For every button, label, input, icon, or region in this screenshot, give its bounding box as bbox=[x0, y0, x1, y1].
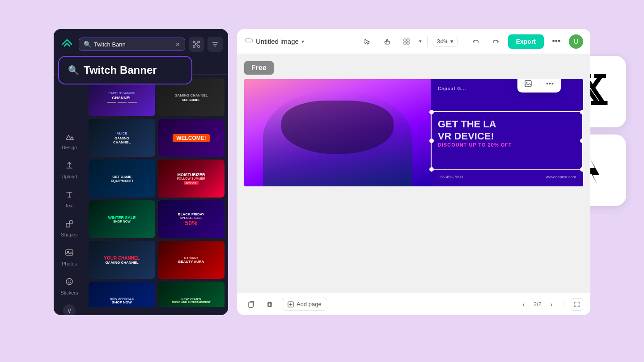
shapes-icon bbox=[65, 219, 74, 230]
page-counter: 2/2 bbox=[534, 301, 542, 307]
template-card-5[interactable]: Get Game Equipment! bbox=[89, 160, 155, 198]
editor-toolbar: Untitled image ▾ bbox=[237, 29, 590, 54]
template-card-12[interactable]: New Year's Music and Entertainment bbox=[158, 282, 225, 307]
template-card-10[interactable]: Radiant Beauty Aura bbox=[158, 241, 225, 279]
template-card-8[interactable]: BLACK FRIDAY SPECIAL SALE 50% bbox=[158, 200, 225, 238]
sidebar-item-shapes[interactable]: Shapes bbox=[54, 215, 85, 242]
svg-point-4 bbox=[195, 43, 197, 45]
more-sidebar-icon[interactable]: ∨ bbox=[63, 304, 76, 315]
stickers-icon bbox=[65, 277, 74, 288]
svg-point-9 bbox=[69, 220, 73, 224]
hand-tool-button[interactable] bbox=[380, 34, 394, 49]
ellipsis-icon: ••• bbox=[552, 37, 561, 46]
document-title[interactable]: Untitled image bbox=[256, 38, 299, 45]
svg-rect-8 bbox=[66, 223, 70, 227]
sidebar-item-text[interactable]: Text bbox=[54, 185, 85, 213]
undo-button[interactable] bbox=[469, 34, 483, 49]
sidebar-item-design[interactable]: Design bbox=[54, 127, 85, 155]
header-action-icons bbox=[189, 37, 223, 52]
editor-panel: Untitled image ▾ bbox=[237, 29, 590, 315]
select-tool-button[interactable] bbox=[360, 34, 374, 49]
template-card-6[interactable]: Moisturizer Follow Summer 20% OFF bbox=[158, 160, 225, 198]
delete-page-icon[interactable] bbox=[263, 298, 276, 311]
photos-icon bbox=[65, 248, 74, 259]
canvas-container: Capcut G... GET THE LAVR DEVICE! DISCOUN… bbox=[244, 79, 583, 286]
svg-rect-22 bbox=[268, 303, 271, 307]
upload-icon bbox=[65, 161, 74, 172]
expand-button[interactable] bbox=[571, 298, 583, 311]
dots-icon: ••• bbox=[546, 80, 554, 87]
logo-icon[interactable] bbox=[59, 36, 75, 52]
banner-contact-info: 123-456-7890 www.capcut.com bbox=[438, 175, 576, 179]
canvas-banner[interactable]: Capcut G... GET THE LAVR DEVICE! DISCOUN… bbox=[244, 79, 583, 186]
face-detect-icon[interactable] bbox=[189, 37, 204, 52]
layout-button[interactable] bbox=[399, 34, 414, 49]
svg-point-14 bbox=[70, 281, 71, 282]
layout-arrow: ▾ bbox=[419, 38, 422, 44]
clear-icon[interactable]: ✕ bbox=[175, 41, 180, 48]
svg-rect-2 bbox=[193, 46, 195, 47]
export-button[interactable]: Export bbox=[508, 34, 544, 49]
svg-rect-1 bbox=[198, 41, 199, 43]
page-next-button[interactable]: › bbox=[545, 298, 558, 311]
text-label: Text bbox=[65, 203, 74, 208]
filter-icon[interactable] bbox=[208, 37, 223, 52]
banner-text-section: Capcut G... GET THE LAVR DEVICE! DISCOUN… bbox=[431, 79, 583, 186]
template-card-7[interactable]: WINTER SALE SHOP NOW bbox=[89, 200, 155, 238]
replace-image-icon[interactable] bbox=[522, 79, 534, 90]
chevron-down-icon: ∨ bbox=[67, 307, 72, 314]
svg-rect-18 bbox=[407, 42, 409, 44]
svg-rect-19 bbox=[525, 80, 531, 87]
more-options-button[interactable]: ••• bbox=[549, 34, 564, 49]
search-icon: 🔍 bbox=[84, 41, 91, 48]
toolbar-title-group: Untitled image ▾ bbox=[244, 37, 304, 46]
search-bar[interactable]: 🔍 ✕ bbox=[79, 38, 185, 51]
svg-rect-16 bbox=[407, 39, 409, 41]
template-card-9[interactable]: YOUR CHANNEL Gaming Channel bbox=[89, 241, 155, 279]
svg-rect-3 bbox=[198, 46, 199, 47]
add-page-button[interactable]: Add page bbox=[282, 298, 327, 311]
page-navigation: ‹ 2/2 › bbox=[517, 298, 583, 311]
shapes-label: Shapes bbox=[61, 232, 77, 237]
sidebar-item-stickers[interactable]: Stickers bbox=[54, 273, 85, 300]
search-popup-text: Twitch Banner bbox=[84, 64, 157, 76]
banner-headline-text: GET THE LAVR DEVICE! bbox=[438, 118, 576, 142]
svg-rect-15 bbox=[404, 39, 406, 41]
photos-label: Photos bbox=[62, 261, 77, 266]
svg-point-20 bbox=[526, 82, 527, 83]
svg-rect-10 bbox=[66, 250, 73, 255]
add-page-label: Add page bbox=[297, 301, 322, 307]
copy-page-icon[interactable] bbox=[244, 298, 258, 311]
panel-header: 🔍 ✕ bbox=[54, 29, 228, 59]
avatar-initial: U bbox=[574, 38, 578, 45]
page-prev-button[interactable]: ‹ bbox=[517, 298, 530, 311]
free-badge: Free bbox=[244, 61, 274, 75]
banner-subheadline-text: DISCOUNT UP TO 20% OFF bbox=[438, 142, 576, 147]
zoom-chevron-icon: ▾ bbox=[450, 38, 453, 45]
banner-phone: 123-456-7890 bbox=[438, 175, 463, 179]
svg-rect-0 bbox=[193, 41, 195, 43]
zoom-control[interactable]: 34% ▾ bbox=[433, 36, 458, 47]
zoom-value: 34% bbox=[437, 38, 449, 45]
sidebar-icons: Design Upload bbox=[54, 124, 85, 315]
more-context-icon[interactable]: ••• bbox=[544, 79, 556, 90]
toolbar-divider-1 bbox=[427, 36, 428, 47]
sidebar-item-upload[interactable]: Upload bbox=[54, 156, 85, 184]
cloud-save-icon bbox=[244, 37, 253, 46]
banner-image-section bbox=[244, 79, 431, 186]
design-label: Design bbox=[62, 145, 77, 150]
svg-rect-21 bbox=[249, 302, 253, 307]
stickers-label: Stickers bbox=[60, 290, 78, 295]
editor-bottom-bar: Add page ‹ 2/2 › bbox=[237, 293, 590, 315]
design-icon bbox=[65, 132, 74, 143]
search-popup-icon: 🔍 bbox=[68, 65, 79, 76]
search-input[interactable] bbox=[94, 41, 173, 48]
upload-label: Upload bbox=[62, 174, 77, 179]
template-card-3[interactable]: ALICE GAMING CHANNEL bbox=[89, 119, 155, 157]
template-card-11[interactable]: NEW ARRIVALS SHOP NOW bbox=[89, 282, 155, 307]
redo-button[interactable] bbox=[488, 34, 503, 49]
template-card-4[interactable]: WELCOME! bbox=[158, 119, 225, 157]
search-popup: 🔍 Twitch Banner bbox=[58, 56, 192, 84]
user-avatar[interactable]: U bbox=[569, 34, 583, 49]
sidebar-item-photos[interactable]: Photos bbox=[54, 244, 85, 271]
